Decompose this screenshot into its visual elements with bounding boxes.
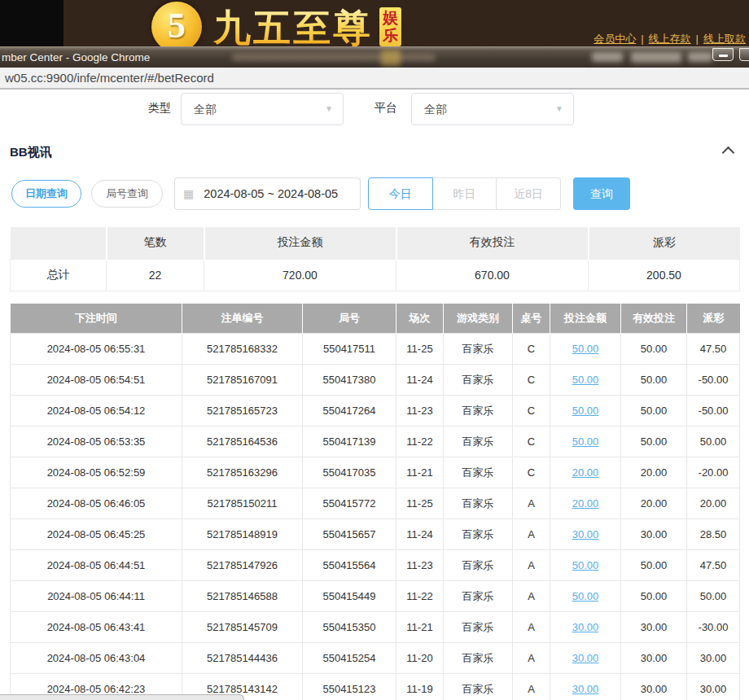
cell-round-id: 550415564 (303, 550, 396, 581)
blurred-gold-seal (381, 50, 401, 66)
blurred-user-info (631, 52, 681, 63)
cell-bet-id: 521785167091 (182, 365, 303, 396)
bet-amount-link[interactable]: 50.00 (572, 374, 599, 386)
cell-bet-id: 521785144436 (182, 643, 303, 674)
cell-payout: 50.00 (687, 427, 740, 457)
summary-table: 笔数 投注金额 有效投注 派彩 总计 22 720.00 670.00 200.… (10, 227, 740, 291)
bet-row: 2024-08-05 06:44:51521785147926550415564… (11, 550, 740, 581)
cell-table-no: A (513, 519, 550, 550)
cell-table-no: A (513, 612, 550, 643)
bet-amount-link[interactable]: 30.00 (572, 621, 599, 633)
date-range-input[interactable]: ▦ 2024-08-05 ~ 2024-08-05 (174, 177, 361, 210)
cell-payout: 30.00 (687, 674, 740, 700)
type-filter-select[interactable]: 全部 ▼ (181, 93, 344, 125)
quick-yesterday-button[interactable]: 昨日 (433, 177, 497, 210)
bet-records-table: 下注时间注单编号局号场次游戏类别桌号投注金额有效投注派彩 2024-08-05 … (10, 304, 740, 700)
quick-today-button[interactable]: 今日 (368, 177, 433, 210)
logo-number: 5 (168, 5, 186, 46)
page-content: 类型 全部 ▼ 平台 全部 ▼ BB视讯 日期查询 局号查询 ▦ 2024-08… (0, 91, 749, 700)
bet-amount-link[interactable]: 50.00 (572, 405, 599, 417)
bet-amount-link[interactable]: 30.00 (572, 652, 599, 664)
cell-game-type: 百家乐 (444, 550, 513, 581)
address-bar[interactable]: w05.cc:9900/infe/mcenter/#/betRecord (0, 68, 749, 90)
round-query-tab[interactable]: 局号查询 (91, 180, 163, 208)
cell-bet-id: 521785163296 (182, 457, 303, 488)
cell-bet-time: 2024-08-05 06:46:05 (11, 488, 182, 519)
bet-header-round-id: 局号 (303, 304, 396, 334)
platform-filter-value: 全部 (424, 103, 447, 116)
date-query-tab[interactable]: 日期查询 (11, 180, 81, 208)
cell-bet-amount: 50.00 (550, 334, 621, 365)
cell-round-id: 550415123 (303, 674, 396, 700)
date-range-value: 2024-08-05 ~ 2024-08-05 (204, 187, 338, 200)
platform-filter-select[interactable]: 全部 ▼ (411, 93, 574, 125)
maximize-button[interactable] (739, 48, 749, 61)
cell-table-no: C (513, 334, 550, 365)
bet-amount-link[interactable]: 50.00 (572, 559, 599, 571)
cell-bet-time: 2024-08-05 06:55:31 (11, 334, 182, 365)
cell-valid-bet: 30.00 (621, 643, 687, 674)
cell-game-type: 百家乐 (444, 396, 513, 427)
bet-amount-link[interactable]: 50.00 (572, 435, 599, 448)
cell-round-id: 550417139 (303, 427, 396, 457)
site-header: 5 九五至尊 娱 乐 会员中心|线上存款|线上取款 (0, 0, 749, 46)
search-button[interactable]: 查询 (573, 177, 630, 210)
bet-amount-link[interactable]: 20.00 (572, 466, 599, 479)
cell-valid-bet: 50.00 (621, 581, 687, 612)
cell-session: 11-20 (396, 643, 444, 674)
bet-row: 2024-08-05 06:53:35521785164536550417139… (11, 427, 740, 457)
bet-header-bet-amount: 投注金额 (550, 304, 621, 334)
cell-bet-time: 2024-08-05 06:54:51 (11, 365, 182, 396)
cell-bet-amount: 50.00 (550, 427, 621, 457)
cell-payout: -50.00 (687, 365, 740, 396)
cell-bet-amount: 50.00 (550, 581, 621, 612)
minimize-button[interactable] (712, 48, 734, 61)
bet-row: 2024-08-05 06:52:59521785163296550417035… (11, 457, 740, 488)
cell-table-no: A (513, 643, 550, 674)
window-titlebar: mber Center - Google Chrome (0, 46, 749, 68)
cell-table-no: A (513, 674, 550, 700)
type-filter-value: 全部 (194, 103, 217, 116)
bet-amount-link[interactable]: 20.00 (572, 497, 599, 510)
summary-header-row: 笔数 投注金额 有效投注 派彩 (11, 227, 740, 259)
cell-table-no: C (513, 457, 550, 488)
cell-bet-amount: 30.00 (550, 643, 621, 674)
top-nav: 会员中心|线上存款|线上取款 (594, 32, 746, 46)
cell-payout: 20.00 (687, 488, 740, 519)
cell-payout: -50.00 (687, 396, 740, 427)
bet-amount-link[interactable]: 50.00 (572, 343, 599, 355)
cell-bet-id: 521785145709 (182, 612, 303, 643)
cell-table-no: A (513, 581, 550, 612)
cell-bet-id: 521785148919 (182, 519, 303, 550)
bet-row: 2024-08-05 06:45:25521785148919550415657… (11, 519, 740, 550)
cell-payout: -20.00 (687, 457, 740, 488)
bet-header-bet-time: 下注时间 (11, 304, 182, 334)
nav-withdraw[interactable]: 线上取款 (703, 33, 746, 45)
summary-total-valid-bet: 670.00 (396, 259, 589, 291)
bet-amount-link[interactable]: 30.00 (572, 528, 599, 540)
cell-bet-time: 2024-08-05 06:44:51 (11, 550, 182, 581)
window-title: mber Center - Google Chrome (2, 47, 150, 68)
bet-amount-link[interactable]: 30.00 (572, 683, 599, 695)
cell-session: 11-24 (396, 365, 444, 396)
nav-member-center[interactable]: 会员中心 (594, 33, 636, 45)
section-title: BB视讯 (10, 145, 52, 159)
query-bar: 日期查询 局号查询 ▦ 2024-08-05 ~ 2024-08-05 今日 昨… (0, 177, 749, 210)
cell-valid-bet: 30.00 (621, 674, 687, 700)
cell-payout: 50.00 (687, 581, 740, 612)
cell-game-type: 百家乐 (444, 643, 513, 674)
cell-valid-bet: 20.00 (621, 488, 687, 519)
filter-row: 类型 全部 ▼ 平台 全部 ▼ (0, 91, 749, 129)
bet-amount-link[interactable]: 50.00 (572, 590, 599, 602)
cell-bet-id: 521785147926 (182, 550, 303, 581)
quick-range-group: 今日 昨日 近8日 (368, 177, 561, 210)
nav-deposit[interactable]: 线上存款 (649, 33, 691, 45)
collapse-chevron-up-icon[interactable] (722, 147, 735, 160)
cell-round-id: 550417035 (303, 457, 396, 488)
blurred-user-info (592, 52, 623, 62)
badge-char-2: 乐 (383, 27, 398, 45)
cell-game-type: 百家乐 (444, 334, 513, 365)
cell-session: 11-24 (396, 519, 444, 550)
cell-round-id: 550417511 (303, 334, 396, 365)
quick-8days-button[interactable]: 近8日 (497, 177, 561, 210)
